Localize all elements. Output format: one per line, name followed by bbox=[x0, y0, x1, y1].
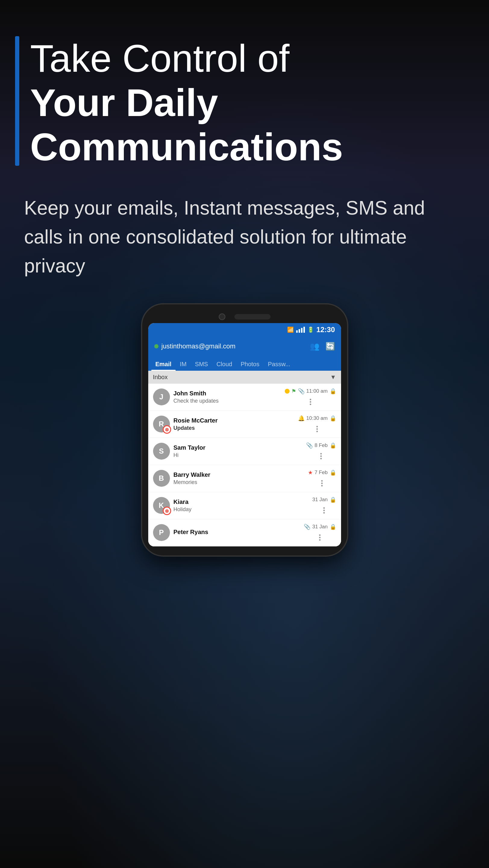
phone-container: 📶 🔋 12:30 bbox=[24, 304, 465, 555]
tab-photos[interactable]: Photos bbox=[236, 356, 264, 371]
email-content-john-smith: John Smith Check the updates bbox=[173, 390, 281, 404]
hero-section: Take Control of Your Daily Communication… bbox=[24, 36, 465, 169]
more-options-john-smith[interactable] bbox=[308, 398, 313, 406]
email-item-barry[interactable]: B Barry Walker Memories ★ 7 Feb 🔒 bbox=[148, 465, 341, 492]
hero-title: Take Control of Your Daily Communication… bbox=[24, 36, 465, 169]
tab-password[interactable]: Passw... bbox=[264, 356, 294, 371]
yellow-dot-icon bbox=[285, 389, 290, 394]
more-options-barry[interactable] bbox=[320, 479, 324, 488]
avatar-rosie: R ⊗ bbox=[153, 415, 170, 433]
email-time-sam: 8 Feb bbox=[315, 442, 327, 448]
sender-peter: Peter Ryans bbox=[173, 529, 300, 535]
email-time-john-smith: 11:00 am bbox=[306, 388, 328, 394]
lock-red-icon-rosie: 🔒 bbox=[330, 415, 336, 422]
email-content-kiara: Kiara Holiday bbox=[173, 498, 309, 513]
contacts-icon[interactable]: 👥 bbox=[310, 342, 319, 351]
email-item-john-smith[interactable]: J John Smith Check the updates ⚑ 📎 bbox=[148, 384, 341, 411]
attachment-icon-peter: 📎 bbox=[304, 524, 310, 530]
email-item-rosie[interactable]: R ⊗ Rosie McCarter Updates 🔔 10:30 am bbox=[148, 411, 341, 438]
hero-subtitle: Keep your emails, Instant messages, SMS … bbox=[24, 193, 465, 280]
email-right-kiara: 31 Jan 🔒 bbox=[312, 496, 336, 515]
tab-email[interactable]: Email bbox=[151, 356, 176, 371]
tab-im[interactable]: IM bbox=[176, 356, 191, 371]
signal-icon bbox=[296, 327, 305, 333]
attachment-icon-sam: 📎 bbox=[306, 442, 313, 449]
more-options-peter[interactable] bbox=[318, 533, 322, 542]
preview-kiara: Holiday bbox=[173, 506, 309, 513]
email-content-sam: Sam Taylor Hi bbox=[173, 444, 303, 458]
status-icons: 📶 🔋 12:30 bbox=[287, 326, 335, 334]
avatar-sam: S bbox=[153, 443, 170, 460]
avatar-john-smith: J bbox=[153, 389, 170, 405]
phone-wrapper: 📶 🔋 12:30 bbox=[142, 304, 347, 555]
attachment-icon: 📎 bbox=[298, 388, 304, 395]
email-time-barry: 7 Feb bbox=[315, 470, 327, 475]
preview-sam: Hi bbox=[173, 452, 303, 458]
more-options-rosie[interactable] bbox=[315, 425, 319, 433]
avatar-peter: P bbox=[153, 524, 170, 541]
email-item-kiara[interactable]: K ⊗ Kiara Holiday 31 Jan 🔒 bbox=[148, 492, 341, 519]
email-item-peter[interactable]: P Peter Ryans 📎 31 Jan 🔒 bbox=[148, 519, 341, 547]
email-time-kiara: 31 Jan bbox=[312, 497, 327, 503]
preview-rosie: Updates bbox=[173, 425, 294, 431]
lock-green-icon-peter: 🔒 bbox=[330, 524, 336, 530]
lock-red-icon-kiara: 🔒 bbox=[330, 496, 336, 503]
phone-speaker bbox=[234, 314, 270, 319]
blocked-badge-rosie: ⊗ bbox=[163, 425, 171, 434]
email-time-peter: 31 Jan bbox=[312, 524, 327, 530]
email-right-rosie: 🔔 10:30 am 🔒 bbox=[298, 415, 336, 433]
inbox-chevron-icon: ▼ bbox=[330, 374, 336, 381]
tab-cloud[interactable]: Cloud bbox=[212, 356, 236, 371]
inbox-bar[interactable]: Inbox ▼ bbox=[148, 371, 341, 384]
inbox-label: Inbox bbox=[153, 374, 168, 381]
email-right-peter: 📎 31 Jan 🔒 bbox=[304, 524, 336, 542]
page-content: Take Control of Your Daily Communication… bbox=[0, 0, 489, 555]
tab-sms[interactable]: SMS bbox=[191, 356, 212, 371]
sender-rosie: Rosie McCarter bbox=[173, 417, 294, 424]
avatar-kiara: K ⊗ bbox=[153, 497, 170, 514]
email-time-rosie: 10:30 am bbox=[306, 415, 328, 421]
phone-camera bbox=[219, 313, 225, 320]
battery-icon: 🔋 bbox=[307, 327, 314, 333]
blue-accent-bar bbox=[15, 36, 19, 166]
email-content-rosie: Rosie McCarter Updates bbox=[173, 417, 294, 431]
tab-bar: Email IM SMS Cloud Photos Passw... bbox=[148, 356, 341, 371]
sender-barry: Barry Walker bbox=[173, 471, 304, 478]
wifi-icon: 📶 bbox=[287, 327, 294, 333]
app-header: justinthomas@gmail.com 👥 🔄 bbox=[148, 336, 341, 356]
online-indicator bbox=[154, 344, 159, 348]
sender-john-smith: John Smith bbox=[173, 390, 281, 397]
lock-green-icon-sam: 🔒 bbox=[330, 442, 336, 449]
email-content-peter: Peter Ryans bbox=[173, 529, 300, 536]
preview-john-smith: Check the updates bbox=[173, 398, 281, 404]
email-right-barry: ★ 7 Feb 🔒 bbox=[308, 469, 336, 488]
email-indicator: justinthomas@gmail.com bbox=[154, 342, 236, 350]
phone-outer-shell: 📶 🔋 12:30 bbox=[142, 304, 347, 555]
status-bar: 📶 🔋 12:30 bbox=[148, 323, 341, 336]
flag-green-icon: ⚑ bbox=[291, 388, 296, 395]
phone-screen: 📶 🔋 12:30 bbox=[148, 323, 341, 547]
email-item-sam[interactable]: S Sam Taylor Hi 📎 8 Feb 🔒 bbox=[148, 438, 341, 465]
sender-kiara: Kiara bbox=[173, 498, 309, 505]
more-options-sam[interactable] bbox=[319, 452, 323, 461]
lock-red-icon-barry: 🔒 bbox=[330, 469, 336, 476]
email-right-john-smith: ⚑ 📎 11:00 am 🔒 bbox=[285, 388, 336, 406]
blocked-badge-kiara: ⊗ bbox=[163, 507, 171, 515]
more-options-kiara[interactable] bbox=[322, 506, 326, 515]
header-action-icons: 👥 🔄 bbox=[310, 342, 335, 351]
email-content-barry: Barry Walker Memories bbox=[173, 471, 304, 486]
avatar-barry: B bbox=[153, 470, 170, 487]
email-list: J John Smith Check the updates ⚑ 📎 bbox=[148, 384, 341, 547]
phone-notch bbox=[148, 313, 341, 320]
bell-icon-rosie: 🔔 bbox=[298, 415, 304, 422]
star-icon-barry: ★ bbox=[308, 469, 313, 476]
email-right-sam: 📎 8 Feb 🔒 bbox=[306, 442, 336, 461]
status-time: 12:30 bbox=[316, 326, 335, 334]
lock-red-icon: 🔒 bbox=[330, 388, 336, 395]
account-email: justinthomas@gmail.com bbox=[162, 342, 236, 350]
sync-icon[interactable]: 🔄 bbox=[325, 342, 335, 351]
sender-sam: Sam Taylor bbox=[173, 444, 303, 451]
preview-barry: Memories bbox=[173, 479, 304, 486]
